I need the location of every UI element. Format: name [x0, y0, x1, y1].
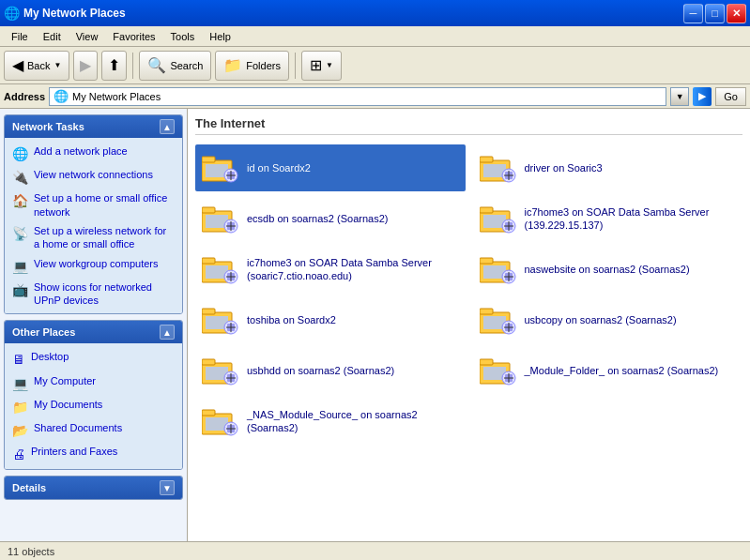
home-network-icon: 🏠: [12, 192, 28, 209]
menu-bar: File Edit View Favorites Tools Help: [0, 26, 750, 47]
grid-item-label-9: _Module_Folder_ on soarnas2 (Soarnas2): [525, 364, 719, 377]
sidebar-item-workgroup[interactable]: 💻 View workgroup computers: [5, 254, 182, 278]
menu-file[interactable]: File: [4, 29, 36, 44]
sidebar-item-printers[interactable]: 🖨 Printers and Faxes: [5, 442, 182, 465]
grid-item-5[interactable]: naswebsite on soarnas2 (Soarnas2): [473, 246, 743, 293]
other-places-header[interactable]: Other Places ▲: [5, 321, 182, 343]
menu-tools[interactable]: Tools: [163, 29, 203, 44]
other-places-title: Other Places: [12, 326, 75, 338]
grid-item-1[interactable]: driver on Soaric3: [473, 144, 743, 191]
address-dropdown-button[interactable]: ▼: [670, 87, 689, 106]
sidebar-item-add-network-place[interactable]: 🌐 Add a network place: [5, 142, 182, 165]
svg-rect-15: [202, 207, 215, 213]
grid-item-9[interactable]: _Module_Folder_ on soarnas2 (Soarnas2): [473, 347, 743, 394]
grid-item-8[interactable]: usbhdd on soarnas2 (Soarnas2): [195, 347, 466, 394]
views-button[interactable]: ⊞ ▼: [301, 51, 342, 81]
sidebar-item-upnp-label: Show icons for networked UPnP devices: [34, 280, 175, 308]
sidebar-item-wireless-label: Set up a wireless network for a home or …: [34, 224, 175, 251]
sidebar-item-my-computer-label: My Computer: [34, 374, 96, 387]
grid-item-7[interactable]: usbcopy on soarnas2 (Soarnas2): [473, 296, 743, 343]
network-tasks-collapse[interactable]: ▲: [160, 119, 175, 134]
sidebar-item-wireless-network[interactable]: 📡 Set up a wireless network for a home o…: [5, 221, 182, 254]
grid-item-icon-2: [202, 200, 239, 237]
svg-rect-50: [480, 309, 493, 314]
title-bar-title: My Network Places: [23, 7, 126, 20]
back-dropdown-icon[interactable]: ▼: [54, 61, 61, 69]
details-title: Details: [12, 482, 46, 493]
search-button[interactable]: 🔍 Search: [139, 51, 211, 81]
svg-rect-71: [202, 410, 215, 416]
network-tasks-header[interactable]: Network Tasks ▲: [5, 115, 182, 138]
workgroup-icon: 💻: [12, 258, 28, 275]
sidebar-item-my-computer[interactable]: 💻 My Computer: [5, 371, 182, 395]
shared-documents-icon: 📂: [12, 422, 28, 439]
sidebar-item-workgroup-label: View workgroup computers: [34, 257, 158, 270]
svg-rect-29: [202, 258, 215, 264]
grid-item-0[interactable]: id on Soardx2: [195, 144, 466, 191]
svg-rect-57: [202, 359, 215, 365]
grid-item-3[interactable]: ic7home3 on SOAR Data Samba Server (139.…: [473, 195, 743, 242]
grid-item-4[interactable]: ic7home3 on SOAR Data Samba Server (soar…: [195, 246, 466, 293]
up-button[interactable]: ⬆: [101, 51, 127, 81]
back-icon: ◀: [12, 56, 23, 74]
main-layout: Network Tasks ▲ 🌐 Add a network place 🔌 …: [0, 109, 750, 541]
sidebar-item-shared-documents[interactable]: 📂 Shared Documents: [5, 418, 182, 442]
network-tasks-title: Network Tasks: [12, 121, 84, 132]
menu-edit[interactable]: Edit: [36, 29, 69, 44]
details-header[interactable]: Details ▼: [5, 477, 182, 499]
grid-item-label-6: toshiba on Soardx2: [247, 313, 336, 326]
grid-item-2[interactable]: ecsdb on soarnas2 (Soarnas2): [195, 195, 466, 242]
views-dropdown-icon[interactable]: ▼: [326, 61, 333, 69]
toolbar-divider-1: [132, 53, 133, 79]
address-icon: 🌐: [54, 89, 69, 103]
grid-item-6[interactable]: toshiba on Soardx2: [195, 296, 466, 343]
grid-item-label-1: driver on Soaric3: [525, 161, 603, 174]
back-label: Back: [27, 60, 50, 71]
menu-favorites[interactable]: Favorites: [105, 29, 162, 44]
close-button[interactable]: ✕: [727, 4, 746, 23]
grid-item-label-0: id on Soardx2: [247, 161, 311, 174]
connections-icon: 🔌: [12, 169, 28, 186]
details-section: Details ▼: [4, 476, 183, 500]
menu-view[interactable]: View: [69, 29, 106, 44]
maximize-button[interactable]: □: [705, 4, 725, 23]
grid-item-label-3: ic7home3 on SOAR Data Samba Server (139.…: [525, 205, 737, 233]
go-button[interactable]: Go: [715, 87, 746, 106]
svg-rect-22: [480, 207, 493, 213]
other-places-collapse[interactable]: ▲: [160, 325, 175, 340]
sidebar: Network Tasks ▲ 🌐 Add a network place 🔌 …: [0, 109, 188, 541]
desktop-icon: 🖥: [12, 351, 25, 368]
sidebar-item-my-documents-label: My Documents: [34, 398, 102, 411]
add-network-icon: 🌐: [12, 145, 28, 162]
folders-label: Folders: [246, 60, 281, 71]
toolbar: ◀ Back ▼ ▶ ⬆ 🔍 Search 📁 Folders ⊞ ▼: [0, 47, 750, 84]
folders-button[interactable]: 📁 Folders: [215, 51, 289, 81]
up-icon: ⬆: [108, 56, 120, 74]
svg-rect-36: [480, 258, 493, 264]
sidebar-item-desktop[interactable]: 🖥 Desktop: [5, 347, 182, 371]
forward-button[interactable]: ▶: [73, 51, 98, 81]
grid-item-icon-10: [202, 402, 239, 440]
title-bar-left: 🌐 My Network Places: [4, 6, 126, 21]
grid-item-icon-1: [480, 149, 517, 187]
svg-rect-1: [202, 157, 215, 162]
address-arrow-button[interactable]: ▶: [693, 87, 712, 106]
back-button[interactable]: ◀ Back ▼: [4, 51, 69, 81]
forward-icon: ▶: [80, 56, 91, 74]
grid-item-label-8: usbhdd on soarnas2 (Soarnas2): [247, 364, 394, 377]
details-collapse[interactable]: ▼: [160, 480, 175, 495]
sidebar-item-my-documents[interactable]: 📁 My Documents: [5, 395, 182, 418]
grid-item-label-5: naswebsite on soarnas2 (Soarnas2): [525, 263, 690, 276]
sidebar-item-printers-label: Printers and Faxes: [31, 445, 117, 458]
grid-item-icon-9: [480, 352, 517, 389]
minimize-button[interactable]: ─: [683, 4, 703, 23]
address-label: Address: [4, 91, 45, 102]
grid-item-icon-6: [202, 301, 239, 339]
address-input[interactable]: 🌐 My Network Places: [49, 87, 666, 106]
sidebar-item-upnp[interactable]: 📺 Show icons for networked UPnP devices: [5, 278, 182, 310]
grid-item-10[interactable]: _NAS_Module_Source_ on soarnas2 (Soarnas…: [195, 398, 466, 445]
menu-help[interactable]: Help: [202, 29, 238, 44]
sidebar-item-view-connections[interactable]: 🔌 View network connections: [5, 165, 182, 189]
sidebar-item-home-network[interactable]: 🏠 Set up a home or small office network: [5, 189, 182, 221]
network-tasks-section: Network Tasks ▲ 🌐 Add a network place 🔌 …: [4, 114, 183, 314]
